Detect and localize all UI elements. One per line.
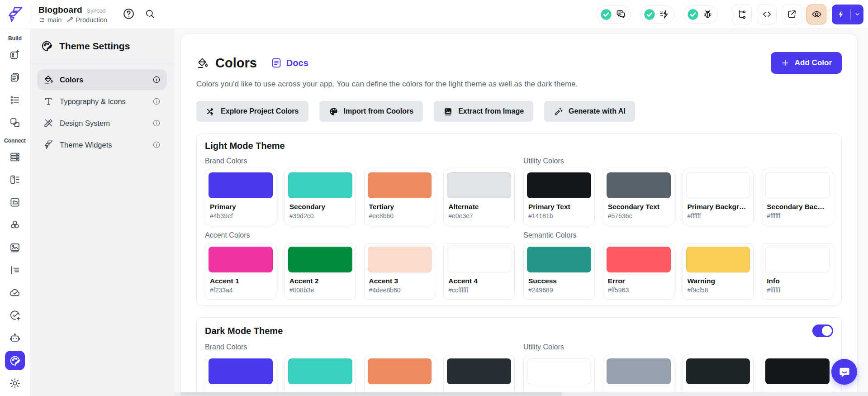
deploy-menu-button[interactable] <box>851 11 863 18</box>
status-pill-bug[interactable] <box>683 5 718 24</box>
color-hex: #ccffffff <box>448 286 510 294</box>
header-action-open-external[interactable] <box>782 5 802 24</box>
header-action-code[interactable] <box>757 5 777 24</box>
navigation-rail: BuildConnect <box>0 29 30 396</box>
color-name: Secondary <box>289 203 351 211</box>
rail-item-list-bullets[interactable] <box>5 91 25 110</box>
color-group-label: Utility Colors <box>523 343 833 351</box>
rail-item-cloud-check[interactable] <box>5 283 25 302</box>
info-icon[interactable] <box>152 97 161 105</box>
project-info[interactable]: Blogboard Synced main Production <box>38 5 107 24</box>
rail-item-panel-list[interactable] <box>5 170 25 190</box>
bug-icon <box>702 9 713 19</box>
color-fill <box>368 172 432 198</box>
rail-item-robot[interactable] <box>5 328 25 348</box>
color-hex: #249689 <box>528 286 590 294</box>
color-hex: #ffffff <box>767 286 828 294</box>
lightning-list-icon <box>659 9 669 19</box>
color-swatch-info[interactable]: Info#ffffff <box>762 243 833 300</box>
color-swatch-secondary-text[interactable]: Secondary Text#57636c <box>603 169 674 225</box>
rail-item-palette-brush[interactable] <box>5 351 25 370</box>
color-swatch-primary-text[interactable]: Primary Text#14181b <box>523 169 595 225</box>
color-swatch-accent-3[interactable]: Accent 3#4dee8b60 <box>364 243 436 300</box>
color-swatch-error[interactable]: Error#ff5963 <box>603 243 674 300</box>
app-logo[interactable] <box>0 6 30 23</box>
color-swatch-primary-background[interactable]: Primary Background#ffffff <box>683 169 754 225</box>
deploy-split-button[interactable] <box>832 5 863 24</box>
color-fill <box>686 358 750 384</box>
dark-color-swatch[interactable] <box>683 355 754 396</box>
info-icon[interactable] <box>152 141 161 149</box>
docs-link[interactable]: Docs <box>270 57 308 69</box>
info-icon[interactable] <box>152 119 161 127</box>
status-pill-chat-bubbles[interactable] <box>597 5 631 24</box>
color-swatch-warning[interactable]: Warning#f9cf58 <box>683 243 754 300</box>
theme-panel-item-design-system[interactable]: Design System <box>37 113 167 134</box>
toolbar-button-import-from-coolors[interactable]: Import from Coolors <box>319 101 423 122</box>
page-title: Colors <box>215 56 257 71</box>
dark-color-swatch[interactable] <box>205 355 276 396</box>
rail-item-pages[interactable] <box>5 68 25 87</box>
check-plus-icon <box>9 310 21 321</box>
toolbar-button-generate-with-ai[interactable]: Generate with AI <box>544 101 635 122</box>
rail-item-server[interactable] <box>5 148 25 167</box>
theme-panel-item-colors[interactable]: Colors <box>37 69 167 90</box>
rail-section-label-build: Build <box>8 35 22 42</box>
dark-color-swatch[interactable] <box>364 355 436 396</box>
dark-color-swatch[interactable] <box>443 355 515 396</box>
status-pill-lightning-list[interactable] <box>640 5 674 24</box>
dark-color-swatch[interactable] <box>603 355 674 396</box>
color-swatch-accent-2[interactable]: Accent 2#008b3e <box>285 243 356 300</box>
theme-settings-menu: ColorsTypography & IconsDesign SystemThe… <box>30 63 174 162</box>
header-action-branch-tree[interactable] <box>732 5 752 24</box>
color-fill <box>765 247 830 272</box>
help-button[interactable] <box>123 8 135 21</box>
rail-item-gear[interactable] <box>5 373 25 393</box>
color-swatch-secondary-background[interactable]: Secondary Background#ffffff <box>762 169 833 225</box>
rail-item-indent-lines[interactable] <box>5 260 25 280</box>
rail-section-label-connect: Connect <box>4 138 26 144</box>
dark-mode-toggle[interactable] <box>812 324 833 337</box>
rail-item-file-doc[interactable] <box>5 193 25 212</box>
rail-item-add-widget[interactable] <box>5 45 25 65</box>
color-name: Accent 2 <box>289 277 351 285</box>
color-group-utility-colors: Utility Colors <box>523 337 833 396</box>
info-icon[interactable] <box>152 76 161 84</box>
rail-item-components[interactable] <box>5 113 25 133</box>
color-swatch-primary[interactable]: Primary#4b39ef <box>205 169 276 225</box>
theme-panel-item-typography-icons[interactable]: Typography & Icons <box>37 91 167 112</box>
header-action-eye[interactable] <box>806 5 826 24</box>
rail-item-clover[interactable] <box>5 215 25 235</box>
app-header: Blogboard Synced main Production <box>0 0 868 29</box>
color-swatch-alternate[interactable]: Alternate#e0e3e7 <box>443 169 515 225</box>
scrollbar-thumb[interactable] <box>180 392 562 396</box>
paint-bucket-icon <box>196 57 209 69</box>
paint-bucket-icon <box>43 75 53 85</box>
color-swatch-success[interactable]: Success#249689 <box>523 243 595 300</box>
theme-panel-item-theme-widgets[interactable]: Theme Widgets <box>37 134 167 155</box>
color-fill <box>288 172 352 198</box>
dark-color-swatch[interactable] <box>762 355 833 396</box>
search-icon <box>145 9 155 19</box>
cloud-check-icon <box>9 287 21 299</box>
color-fill <box>209 172 273 198</box>
rail-item-check-plus[interactable] <box>5 305 25 325</box>
add-color-button[interactable]: Add Color <box>771 52 842 74</box>
color-swatch-tertiary[interactable]: Tertiary#ee8b60 <box>364 169 436 225</box>
search-button[interactable] <box>145 9 155 20</box>
help-icon <box>123 8 135 20</box>
horizontal-scrollbar[interactable] <box>174 392 868 396</box>
dark-color-swatch[interactable] <box>285 355 356 396</box>
color-name: Success <box>528 277 590 285</box>
color-swatch-accent-4[interactable]: Accent 4#ccffffff <box>443 243 515 300</box>
toolbar-button-extract-from-image[interactable]: Extract from Image <box>434 101 533 122</box>
chat-launcher-button[interactable] <box>831 359 857 385</box>
rail-item-media-image[interactable] <box>5 238 25 258</box>
dark-color-swatch[interactable] <box>523 355 595 396</box>
color-swatch-accent-1[interactable]: Accent 1#f233a4 <box>205 243 276 300</box>
color-hex: #ffffff <box>767 212 828 219</box>
color-swatch-secondary[interactable]: Secondary#39d2c0 <box>285 169 356 225</box>
theme-panel-item-label: Design System <box>60 119 146 128</box>
theme-settings-header: Theme Settings <box>30 29 174 63</box>
toolbar-button-explore-project-colors[interactable]: Explore Project Colors <box>196 101 308 122</box>
